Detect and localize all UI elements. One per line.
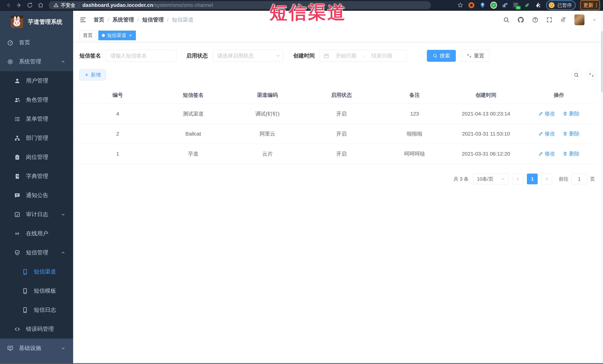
breadcrumb-system[interactable]: 系统管理 [113, 16, 134, 23]
hamburger-icon[interactable] [80, 16, 86, 23]
delete-link[interactable]: 删除 [563, 130, 580, 137]
prev-page-button[interactable] [512, 174, 523, 184]
status-label: 启用状态 [186, 52, 208, 59]
col-status: 启用状态 [304, 87, 378, 104]
tag-home[interactable]: 首页 [80, 31, 96, 40]
extension-levels-icon[interactable] [501, 2, 508, 9]
sidebar-item-label: 短信模板 [34, 287, 56, 295]
sidebar-item-error-code[interactable]: 错误码管理 [0, 320, 73, 339]
chevron-down-icon [61, 346, 65, 351]
update-label: 更新 [583, 2, 593, 9]
header-search-icon[interactable] [503, 17, 510, 23]
browser-menu-dots-icon[interactable] [596, 3, 597, 7]
sidebar-item-audit-log[interactable]: 审计日志 [0, 205, 73, 224]
end-date-input[interactable] [367, 53, 396, 59]
window-scrollbar[interactable] [601, 11, 603, 364]
scrollbar-thumb[interactable] [601, 31, 603, 92]
sidebar-item-sms-channel[interactable]: 短信渠道 [0, 262, 73, 281]
browser-reload-button[interactable] [24, 1, 35, 10]
avatar-caret-down-icon[interactable] [592, 18, 597, 22]
window-bottom-edge [0, 363, 603, 364]
goto-page-input[interactable] [571, 174, 587, 184]
sidebar-item-label: 首页 [19, 39, 30, 46]
next-page-button[interactable] [541, 174, 552, 184]
extension-paused-badge[interactable]: 已暂停 [546, 0, 576, 10]
bookmark-star-icon[interactable] [457, 2, 464, 9]
sidebar-item-sms-management[interactable]: 短信管理 [0, 243, 73, 262]
sidebar-item-label: 短信管理 [26, 249, 48, 256]
fullscreen-icon[interactable] [546, 17, 553, 23]
sidebar-item-label: 在线用户 [26, 230, 48, 237]
breadcrumb-current: 短信渠道 [172, 16, 193, 23]
trash-icon [563, 131, 568, 136]
extensions-puzzle-icon[interactable] [535, 2, 542, 9]
sign-input[interactable] [106, 50, 176, 62]
status-select[interactable] [213, 50, 283, 62]
sidebar-item-home[interactable]: 首页 [0, 33, 73, 52]
tag-sms-channel[interactable]: 短信渠道 [98, 31, 136, 40]
goto-page: 前往 页 [559, 174, 595, 184]
address-bar[interactable]: 不安全 dashboard.yudao.iocoder.cn/system/sm… [49, 1, 431, 9]
start-date-input[interactable] [332, 53, 360, 59]
cell-id: 4 [80, 104, 156, 124]
col-actions: 操作 [521, 87, 597, 104]
delete-link[interactable]: 删除 [563, 150, 580, 157]
browser-home-button[interactable] [35, 1, 46, 10]
page-size-select[interactable]: 10条/页 [474, 174, 509, 184]
sidebar-item-notice[interactable]: 通知公告 [0, 186, 73, 205]
edit-link[interactable]: 修改 [538, 130, 555, 137]
extension-location-pin-icon[interactable] [479, 2, 486, 9]
refresh-table-button[interactable] [586, 70, 597, 80]
extension-orange-ring-icon[interactable] [468, 2, 475, 9]
sidebar-item-role-management[interactable]: 角色管理 [0, 90, 73, 110]
status-select-input[interactable] [213, 50, 283, 62]
extension-green-check-icon[interactable]: ✓ [490, 2, 497, 9]
breadcrumb-home[interactable]: 首页 [93, 16, 104, 23]
sidebar-item-menu-management[interactable]: 菜单管理 [0, 110, 73, 129]
close-icon[interactable] [129, 33, 132, 37]
sidebar-item-sms-template[interactable]: 短信模板 [0, 281, 73, 300]
table-tools [571, 70, 597, 80]
toggle-search-button[interactable] [571, 70, 581, 80]
font-size-icon[interactable] [560, 17, 567, 23]
edit-link[interactable]: 修改 [538, 110, 555, 117]
sidebar-item-label: 系统管理 [19, 58, 41, 66]
dashboard-icon [6, 40, 14, 46]
page-number-button[interactable]: 1 [527, 174, 538, 184]
edit-pencil-icon [538, 111, 543, 116]
sidebar-item-user-management[interactable]: 用户管理 [0, 71, 73, 90]
sidebar-item-dept-management[interactable]: 部门管理 [0, 129, 73, 148]
edit-link[interactable]: 修改 [538, 150, 555, 157]
user-avatar[interactable] [574, 14, 584, 25]
cell-code: 阿里云 [231, 124, 305, 144]
browser-forward-button[interactable] [14, 1, 24, 10]
sidebar-item-infrastructure[interactable]: 基础设施 [0, 339, 73, 358]
sidebar-logo-row[interactable]: 芋道管理系统 [0, 11, 73, 33]
github-icon[interactable] [517, 16, 524, 23]
extension-leaf-icon[interactable] [524, 2, 530, 9]
sidebar-item-dict-management[interactable]: 字典管理 [0, 167, 73, 186]
delete-link[interactable]: 删除 [563, 110, 580, 117]
calendar-icon [324, 53, 329, 59]
active-tag-dot [102, 34, 105, 37]
browser-update-button[interactable]: 更新 [580, 0, 600, 10]
help-icon[interactable] [532, 17, 538, 23]
date-range-picker[interactable]: - [320, 50, 407, 62]
sidebar-item-sms-log[interactable]: 短信日志 [0, 300, 73, 320]
sidebar-item-online-users[interactable]: 在线用户 [0, 224, 73, 243]
reset-button[interactable]: 重置 [461, 50, 490, 62]
add-button[interactable]: 新增 [80, 69, 106, 80]
sidebar-item-label: 错误码管理 [26, 325, 54, 333]
security-warning[interactable]: 不安全 [53, 2, 75, 9]
edit-pencil-icon [538, 151, 543, 156]
sidebar-item-system-management[interactable]: 系统管理 [0, 52, 73, 71]
breadcrumb-sms[interactable]: 短信管理 [142, 16, 164, 23]
reset-button-label: 重置 [474, 52, 484, 59]
extension-onoff-icon[interactable]: on [513, 2, 519, 9]
search-button[interactable]: 搜索 [427, 50, 456, 62]
sidebar-item-post-management[interactable]: 岗位管理 [0, 148, 73, 167]
add-button-label: 新增 [91, 72, 101, 78]
browser-back-button[interactable] [3, 1, 14, 10]
announcement-bubble-icon [13, 192, 21, 199]
create-time-label: 创建时间 [293, 52, 315, 59]
